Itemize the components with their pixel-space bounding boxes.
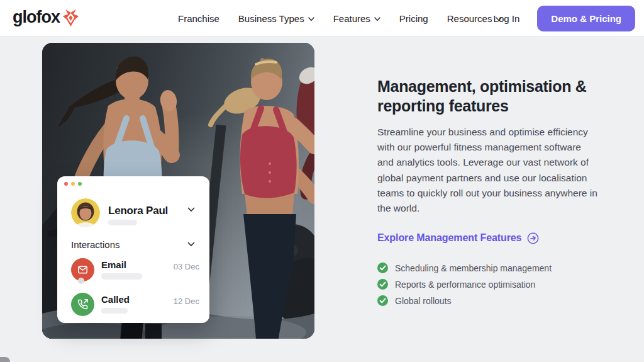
nav-item-pricing[interactable]: Pricing [399, 13, 428, 24]
top-navigation-bar: glofox Franchise Business Types Features… [0, 0, 644, 37]
nav-item-business-types[interactable]: Business Types [238, 13, 314, 24]
check-circle-icon [377, 279, 388, 290]
section-heading: Management, optimisation & reporting fea… [377, 77, 601, 116]
section-body-text: Streamline your business and optimise ef… [377, 125, 600, 216]
check-circle-icon [377, 263, 388, 273]
interaction-date: 12 Dec [174, 297, 199, 306]
link-label: Explore Management Features [377, 232, 521, 244]
checklist-item: Global rollouts [377, 295, 552, 306]
checklist-label: Reports & performance optimisation [395, 280, 535, 290]
status-dot [78, 278, 84, 284]
placeholder-bar [101, 273, 142, 280]
interaction-type: Called [101, 294, 130, 305]
nav-item-features[interactable]: Features [333, 13, 380, 24]
window-zoom-dot [78, 182, 82, 186]
avatar-image [71, 198, 100, 227]
chevron-down-icon [308, 17, 314, 21]
chevron-down-icon [187, 207, 195, 212]
check-circle-icon [377, 295, 388, 306]
checklist-item: Reports & performance optimisation [377, 279, 552, 290]
nav-label: Features [333, 13, 370, 24]
interactions-section-title: Interactions [71, 239, 120, 250]
nav-label: Pricing [399, 13, 428, 24]
crm-contact-card: Lenora Paul Interactions Email 03 Dec Ca… [57, 176, 209, 323]
contact-avatar [71, 198, 100, 227]
nav-label: Business Types [238, 13, 304, 24]
main-nav: Franchise Business Types Features Pricin… [178, 0, 502, 37]
window-controls [64, 182, 82, 186]
checklist-label: Scheduling & membership management [395, 263, 552, 273]
nav-label: Resources [447, 13, 492, 24]
fox-icon [62, 9, 79, 27]
checklist-label: Global rollouts [395, 296, 452, 306]
placeholder-bar [108, 220, 137, 225]
arrow-right-circle-icon [526, 231, 541, 246]
checklist-item: Scheduling & membership management [377, 263, 552, 273]
chevron-down-icon [187, 242, 195, 247]
nav-label: Franchise [178, 13, 219, 24]
login-link[interactable]: Log In [494, 13, 520, 24]
window-close-dot [64, 182, 68, 186]
header-actions: Log In Demo & Pricing [494, 0, 635, 37]
contact-name: Lenora Paul [108, 205, 168, 217]
demo-pricing-button[interactable]: Demo & Pricing [537, 6, 635, 31]
chevron-down-icon [374, 17, 380, 21]
next-section-corner [0, 357, 10, 362]
page: glofox Franchise Business Types Features… [0, 0, 644, 362]
phone-outgoing-icon [71, 293, 94, 316]
explore-management-features-link[interactable]: Explore Management Features [377, 232, 539, 244]
interaction-type: Email [101, 259, 126, 270]
nav-item-franchise[interactable]: Franchise [178, 13, 219, 24]
glofox-logo[interactable]: glofox [13, 8, 79, 27]
feature-checklist: Scheduling & membership management Repor… [377, 263, 552, 306]
logo-wordmark: glofox [13, 8, 60, 27]
window-minimize-dot [71, 182, 75, 186]
placeholder-bar [101, 308, 128, 314]
interaction-date: 03 Dec [174, 262, 199, 271]
